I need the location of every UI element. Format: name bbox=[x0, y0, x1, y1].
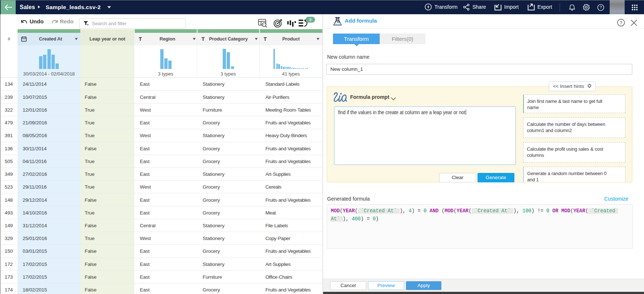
svg-text:?: ? bbox=[620, 20, 622, 26]
svg-text:?: ? bbox=[599, 5, 602, 9]
